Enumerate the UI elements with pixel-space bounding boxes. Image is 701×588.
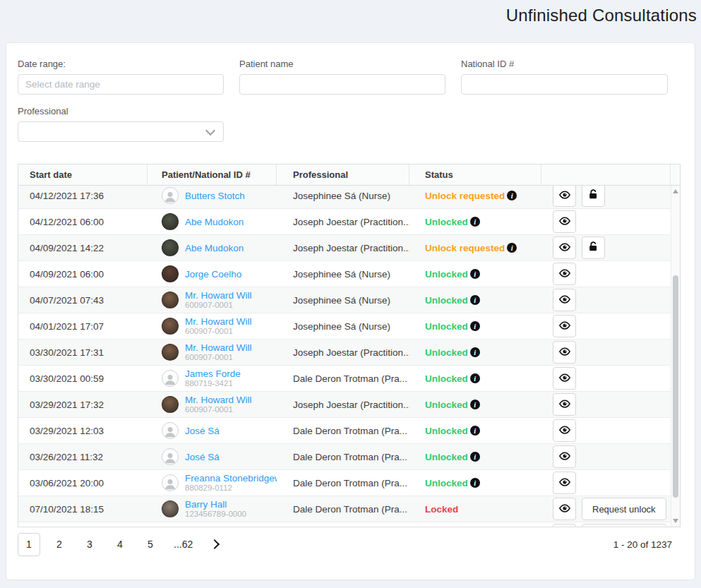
patient-name-link[interactable]: Abe Mudokon xyxy=(185,243,244,253)
unlock-button[interactable] xyxy=(582,236,605,259)
request-unlock-button[interactable]: Request unlock xyxy=(582,498,666,520)
view-consultation-button[interactable] xyxy=(553,393,576,416)
table-row: 03/30/2021 17:31Mr. Howard Will600907-00… xyxy=(18,340,671,366)
patient-name-input[interactable] xyxy=(239,74,445,95)
professional-cell: Joseph Joestar (Practition... xyxy=(277,347,409,358)
info-icon[interactable]: i xyxy=(470,269,480,279)
column-header-patient-national-id-: Patient/National ID # xyxy=(148,164,277,185)
scroll-up-arrow-icon[interactable] xyxy=(673,189,678,193)
patient-national-id: 880719-3421 xyxy=(185,379,241,388)
scroll-down-arrow-icon[interactable] xyxy=(673,519,678,523)
patient-name-link[interactable]: José Sá xyxy=(185,452,220,462)
view-consultation-button[interactable] xyxy=(553,367,576,390)
patient-avatar xyxy=(162,213,179,230)
actions-cell xyxy=(541,445,671,468)
page-button-4[interactable]: 4 xyxy=(109,533,131,556)
view-consultation-button[interactable] xyxy=(553,186,576,207)
info-icon[interactable]: i xyxy=(507,191,517,200)
view-consultation-button[interactable] xyxy=(553,263,576,285)
patient-name-link[interactable]: Jorge Coelho xyxy=(185,269,241,280)
view-consultation-button[interactable] xyxy=(553,524,576,527)
patient-cell: Abe Mudokon xyxy=(148,239,277,256)
eye-icon xyxy=(558,345,571,360)
info-icon[interactable]: i xyxy=(470,400,480,409)
page-button-1[interactable]: 1 xyxy=(18,533,40,556)
view-consultation-button[interactable] xyxy=(553,419,576,442)
view-consultation-button[interactable] xyxy=(553,341,576,364)
status-cell: Unlock requestedi xyxy=(409,191,541,201)
filters-panel: Date range: Patient name National ID # P… xyxy=(6,43,695,142)
info-icon[interactable]: i xyxy=(470,347,480,357)
date-range-input[interactable] xyxy=(18,74,224,95)
column-header-status: Status xyxy=(409,164,541,185)
patient-name-link[interactable]: Mr. Howard Will xyxy=(185,316,252,327)
patient-name-link[interactable]: Barry Hall xyxy=(185,499,246,510)
status-label: Unlocked xyxy=(425,347,468,358)
info-icon[interactable]: i xyxy=(470,295,480,305)
professional-label: Professional xyxy=(18,106,683,116)
view-consultation-button[interactable] xyxy=(553,472,576,494)
page-button-3[interactable]: 3 xyxy=(78,533,101,556)
page-button-5[interactable]: 5 xyxy=(139,533,162,556)
status-cell: Unlockedi xyxy=(409,269,541,280)
patient-name-link[interactable]: José Sá xyxy=(185,426,220,436)
patient-name-link[interactable]: Mr. Howard Will xyxy=(185,342,252,353)
vertical-scrollbar[interactable] xyxy=(671,186,680,527)
status-label: Locked xyxy=(425,504,458,515)
chevron-right-icon xyxy=(210,539,220,549)
patient-text: James Forde880719-3421 xyxy=(185,368,241,388)
patient-cell: Mr. Howard Will600907-0001 xyxy=(148,290,277,310)
patient-name-link[interactable]: James Forde xyxy=(185,368,241,379)
patient-text: Butters Stotch xyxy=(185,191,245,201)
start-date-cell: 04/12/2021 17:36 xyxy=(18,191,148,201)
patient-cell: Mr. Howard Will600907-0001 xyxy=(148,395,277,414)
eye-icon xyxy=(558,215,571,229)
patient-text: Mr. Howard Will600907-0001 xyxy=(185,290,252,310)
scrollbar-thumb[interactable] xyxy=(673,275,678,498)
actions-cell xyxy=(541,367,671,390)
patient-cell: José Sá xyxy=(148,448,277,465)
national-id-input[interactable] xyxy=(461,74,668,95)
request-unlock-button[interactable]: Request unlock xyxy=(582,524,666,527)
start-date-cell: 03/26/2021 11:32 xyxy=(18,452,148,462)
info-icon[interactable]: i xyxy=(470,321,480,331)
patient-avatar xyxy=(162,396,179,413)
patient-name-link[interactable]: Butters Stotch xyxy=(185,191,245,201)
patient-avatar xyxy=(162,422,179,439)
info-icon[interactable]: i xyxy=(470,217,480,227)
view-consultation-button[interactable] xyxy=(553,498,576,520)
patient-name-link[interactable]: Abe Mudokon xyxy=(185,217,244,227)
pagination-range: 1 - 20 of 1237 xyxy=(613,539,672,550)
national-id-label: National ID # xyxy=(461,59,668,69)
info-icon[interactable]: i xyxy=(470,426,480,436)
patient-text: Jorge Coelho xyxy=(185,269,241,280)
eye-icon xyxy=(558,241,571,256)
date-range-label: Date range: xyxy=(18,59,224,69)
actions-cell xyxy=(541,341,671,364)
page-button-2[interactable]: 2 xyxy=(48,533,71,556)
info-icon[interactable]: i xyxy=(470,373,480,383)
unlock-button[interactable] xyxy=(582,186,605,207)
view-consultation-button[interactable] xyxy=(553,289,576,311)
patient-name-link[interactable]: Mr. Howard Will xyxy=(185,395,252,405)
patient-name-link[interactable]: Mr. Howard Will xyxy=(185,290,252,301)
patient-national-id: 600907-0001 xyxy=(185,405,252,414)
page-button-62[interactable]: ...62 xyxy=(169,533,197,556)
patient-national-id: 123456789-0000 xyxy=(185,510,246,519)
view-consultation-button[interactable] xyxy=(553,210,576,233)
eye-icon xyxy=(558,371,571,386)
professional-select[interactable] xyxy=(18,121,224,142)
view-consultation-button[interactable] xyxy=(553,315,576,337)
patient-name-link[interactable]: Freanna Stonebridgewall xyxy=(185,473,277,484)
actions-cell xyxy=(541,289,671,311)
view-consultation-button[interactable] xyxy=(553,445,576,468)
info-icon[interactable]: i xyxy=(470,452,480,462)
info-icon[interactable]: i xyxy=(507,243,517,253)
view-consultation-button[interactable] xyxy=(553,236,576,259)
patient-text: Barry Hall123456789-0000 xyxy=(185,499,246,519)
info-icon[interactable]: i xyxy=(470,478,480,488)
professional-cell: Josephinee Sá (Nurse) xyxy=(277,191,409,201)
status-label: Unlocked xyxy=(425,269,468,280)
next-page-button[interactable] xyxy=(206,533,224,556)
patient-cell: Freanna Stonebridgewall880829-0112 xyxy=(148,473,277,493)
